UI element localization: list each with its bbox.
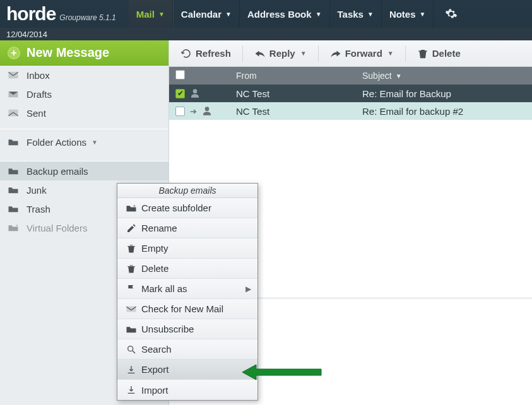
- forward-icon: [330, 48, 341, 59]
- ctx-label: Export: [141, 364, 168, 375]
- nav-calendar[interactable]: Calendar ▼: [174, 0, 240, 28]
- message-list: ✔ NC Test Re: Email for Backup ➔ NC Test: [169, 85, 532, 120]
- brand-name: horde: [6, 0, 56, 28]
- folder-actions[interactable]: Folder Actions ▼: [0, 129, 168, 155]
- folder-trash-label: Trash: [27, 204, 50, 214]
- delete-label: Delete: [432, 48, 461, 59]
- sort-desc-icon: ▼: [396, 73, 402, 79]
- message-subject: Re: Email for Backup: [362, 88, 532, 99]
- folder-inbox-label: Inbox: [27, 70, 50, 81]
- nav-mail[interactable]: Mail ▼: [129, 0, 173, 28]
- search-icon: [124, 344, 139, 355]
- person-icon: [202, 106, 212, 116]
- folder-sent[interactable]: Sent: [0, 103, 168, 122]
- trash-icon: [417, 48, 429, 59]
- row-checkbox[interactable]: ✔: [175, 89, 185, 98]
- person-icon: [190, 88, 200, 98]
- ctx-search[interactable]: Search: [117, 339, 257, 360]
- drafts-icon: [8, 90, 21, 98]
- ctx-label: Search: [141, 344, 172, 355]
- chevron-down-icon: ▼: [158, 11, 165, 18]
- svg-text:+: +: [133, 204, 136, 208]
- column-from[interactable]: From: [236, 71, 362, 81]
- nav-notes[interactable]: Notes ▼: [382, 0, 434, 28]
- ctx-label: Delete: [141, 263, 168, 274]
- rename-icon: [124, 223, 139, 233]
- ctx-label: Unsubscribe: [141, 324, 194, 334]
- folder-junk-label: Junk: [27, 185, 47, 196]
- brand-tagline: Groupware 5.1.1: [59, 13, 115, 22]
- message-row[interactable]: ✔ NC Test Re: Email for Backup: [169, 85, 532, 102]
- settings-gear-icon[interactable]: [439, 0, 464, 28]
- chevron-down-icon: ▼: [420, 11, 426, 18]
- new-message-label: New Message: [27, 45, 109, 60]
- refresh-icon: [180, 48, 192, 59]
- svg-point-2: [128, 346, 133, 351]
- folder-actions-label: Folder Actions: [27, 137, 86, 148]
- row-checkbox[interactable]: [175, 107, 185, 116]
- forward-button[interactable]: Forward ▼: [324, 45, 400, 62]
- folder-icon: [124, 325, 139, 334]
- reply-label: Reply: [269, 48, 295, 59]
- message-subject: Re: Email for backup #2: [362, 106, 532, 117]
- folder-sent-label: Sent: [27, 108, 46, 119]
- ctx-mark-all-as[interactable]: Mark all as ▶: [117, 279, 257, 299]
- chevron-down-icon: ▼: [387, 50, 394, 57]
- ctx-check-new-mail[interactable]: Check for New Mail: [117, 299, 257, 319]
- folder-backup-emails[interactable]: Backup emails: [0, 161, 168, 180]
- ctx-label: Mark all as: [141, 283, 187, 294]
- context-menu-title: Backup emails: [117, 184, 257, 198]
- ctx-create-subfolder[interactable]: + Create subfolder: [117, 198, 257, 218]
- nav-tasks[interactable]: Tasks ▼: [330, 0, 382, 28]
- message-toolbar: Refresh Reply ▼ Forward ▼: [169, 40, 532, 67]
- column-subject[interactable]: Subject ▼: [362, 71, 532, 81]
- message-from: NC Test: [236, 88, 362, 99]
- nav-mail-label: Mail: [136, 9, 155, 20]
- ctx-unsubscribe[interactable]: Unsubscribe: [117, 319, 257, 339]
- ctx-export[interactable]: Export: [117, 360, 257, 380]
- reply-button[interactable]: Reply ▼: [248, 45, 313, 62]
- ctx-delete[interactable]: Delete: [117, 259, 257, 279]
- nav-notes-label: Notes: [389, 9, 416, 20]
- svg-text:+: +: [16, 223, 19, 228]
- ctx-rename[interactable]: Rename: [117, 218, 257, 238]
- date-text: 12/04/2014: [6, 30, 47, 39]
- plus-icon: +: [8, 47, 20, 59]
- refresh-label: Refresh: [196, 48, 231, 59]
- forwarded-icon: ➔: [190, 107, 197, 116]
- folder-icon: [8, 185, 21, 194]
- ctx-import[interactable]: Import: [117, 380, 257, 400]
- folder-icon: [8, 167, 21, 175]
- folder-icon: [8, 204, 21, 213]
- ctx-label: Import: [141, 385, 168, 396]
- trash-icon: [124, 264, 139, 274]
- message-from: NC Test: [236, 106, 362, 117]
- select-all-checkbox[interactable]: [175, 70, 185, 79]
- new-message-button[interactable]: + New Message: [0, 40, 168, 66]
- message-row[interactable]: ➔ NC Test Re: Email for backup #2: [169, 102, 532, 120]
- ctx-label: Create subfolder: [141, 202, 211, 213]
- folder-backup-emails-label: Backup emails: [27, 166, 88, 177]
- folder-drafts-label: Drafts: [27, 89, 52, 100]
- chevron-down-icon: ▼: [316, 11, 322, 18]
- virtual-folders-label: Virtual Folders: [27, 223, 87, 233]
- ctx-label: Empty: [141, 243, 168, 254]
- flag-icon: [124, 284, 139, 294]
- forward-label: Forward: [345, 48, 382, 59]
- nav-addressbook[interactable]: Address Book ▼: [240, 0, 330, 28]
- delete-button[interactable]: Delete: [411, 45, 467, 62]
- trash-icon: [124, 244, 139, 254]
- folder-plus-icon: +: [8, 223, 21, 232]
- ctx-label: Rename: [141, 223, 177, 233]
- column-subject-label: Subject: [362, 71, 392, 81]
- column-header: From Subject ▼: [169, 67, 532, 85]
- folder-icon: [8, 138, 21, 146]
- mail-icon: [124, 305, 139, 313]
- ctx-empty[interactable]: Empty: [117, 238, 257, 259]
- nav-tasks-label: Tasks: [338, 9, 364, 20]
- folder-inbox[interactable]: Inbox: [0, 66, 168, 85]
- folder-drafts[interactable]: Drafts: [0, 85, 168, 103]
- refresh-button[interactable]: Refresh: [174, 45, 237, 62]
- nav-addressbook-label: Address Book: [247, 9, 312, 20]
- folder-context-menu: Backup emails + Create subfolder Rename …: [117, 183, 258, 401]
